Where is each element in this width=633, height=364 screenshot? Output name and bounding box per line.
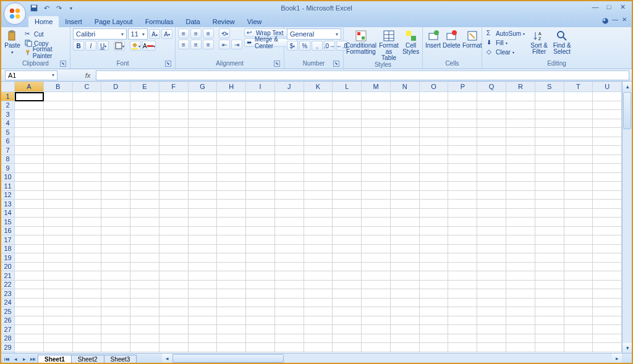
cell[interactable] (593, 289, 622, 298)
clear-button[interactable]: ◇Clear▾ (485, 48, 527, 56)
cell[interactable] (130, 155, 159, 164)
cell[interactable] (15, 209, 44, 218)
cell[interactable] (391, 263, 420, 272)
cell[interactable] (15, 200, 44, 209)
cell[interactable] (246, 182, 275, 191)
cell[interactable] (593, 92, 622, 101)
cell[interactable] (15, 325, 44, 334)
cell[interactable] (593, 325, 622, 334)
cell[interactable] (448, 263, 477, 272)
cell[interactable] (304, 110, 333, 119)
cell[interactable] (101, 263, 130, 272)
cell[interactable] (159, 218, 189, 227)
cell[interactable] (333, 316, 362, 326)
cell[interactable] (275, 253, 304, 263)
cell[interactable] (73, 227, 102, 236)
cell[interactable] (130, 110, 159, 119)
cell[interactable] (304, 218, 333, 227)
cell[interactable] (159, 235, 189, 245)
cell[interactable] (564, 200, 593, 209)
row-header[interactable]: 29 (1, 343, 15, 352)
cell[interactable] (420, 128, 449, 137)
cell[interactable] (391, 137, 420, 146)
cell[interactable] (535, 307, 564, 316)
cell[interactable] (15, 92, 44, 101)
cell[interactable] (304, 307, 333, 316)
cell[interactable] (189, 316, 218, 326)
cell[interactable] (593, 101, 622, 111)
cell[interactable] (448, 128, 477, 137)
cell[interactable] (593, 164, 622, 173)
autosum-button[interactable]: ΣAutoSum▾ (485, 29, 527, 38)
cell[interactable] (506, 137, 535, 146)
cell[interactable] (189, 245, 218, 254)
cell[interactable] (275, 307, 304, 316)
cell[interactable] (189, 289, 218, 298)
cell[interactable] (304, 271, 333, 281)
cell[interactable] (246, 191, 275, 200)
cell[interactable] (535, 289, 564, 298)
row-header[interactable]: 9 (1, 164, 15, 173)
col-header[interactable]: A (15, 82, 44, 92)
cell[interactable] (73, 253, 102, 263)
row-header[interactable]: 3 (1, 110, 15, 119)
cell[interactable] (130, 92, 159, 101)
cell[interactable] (246, 289, 275, 298)
fill-color-button[interactable]: ▾ (130, 41, 141, 51)
cell[interactable] (391, 245, 420, 254)
cell[interactable] (535, 110, 564, 119)
font-dialog-launcher[interactable]: ⬊ (165, 61, 171, 67)
cell[interactable] (44, 289, 73, 298)
delete-cells-button[interactable]: Delete (443, 28, 461, 49)
cell[interactable] (333, 307, 362, 316)
col-header[interactable]: R (506, 82, 535, 92)
font-color-button[interactable]: A▾ (142, 41, 156, 51)
cell[interactable] (73, 235, 102, 245)
decrease-indent-button[interactable]: ⇤ (219, 40, 230, 49)
cell[interactable] (333, 289, 362, 298)
cell[interactable] (101, 307, 130, 316)
cell[interactable] (593, 263, 622, 272)
cell[interactable] (73, 316, 102, 326)
cell[interactable] (448, 155, 477, 164)
cell[interactable] (420, 245, 449, 254)
cell[interactable] (44, 191, 73, 200)
cell[interactable] (477, 173, 506, 182)
cell[interactable] (448, 271, 477, 281)
cell[interactable] (246, 271, 275, 281)
cell[interactable] (217, 325, 246, 334)
row-header[interactable]: 19 (1, 253, 15, 263)
cell[interactable] (362, 227, 391, 236)
cell[interactable] (246, 173, 275, 182)
cell[interactable] (448, 137, 477, 146)
cell[interactable] (304, 92, 333, 101)
underline-button[interactable]: U▾ (98, 41, 109, 51)
cell[interactable] (304, 191, 333, 200)
cell[interactable] (217, 191, 246, 200)
cut-button[interactable]: ✂Cut (23, 30, 67, 38)
col-header[interactable]: K (304, 82, 333, 92)
cell[interactable] (535, 92, 564, 101)
cell[interactable] (391, 209, 420, 218)
cell[interactable] (304, 155, 333, 164)
cell[interactable] (246, 155, 275, 164)
font-name-combo[interactable]: Calibri (73, 28, 127, 40)
cell[interactable] (420, 307, 449, 316)
cell[interactable] (420, 191, 449, 200)
name-box[interactable]: A1 (5, 70, 57, 80)
cell[interactable] (593, 209, 622, 218)
tab-data[interactable]: Data (179, 16, 206, 27)
cell[interactable] (593, 253, 622, 263)
cell[interactable] (477, 146, 506, 155)
cell[interactable] (130, 119, 159, 129)
cell[interactable] (535, 146, 564, 155)
cell[interactable] (246, 209, 275, 218)
cell[interactable] (189, 227, 218, 236)
cell[interactable] (535, 227, 564, 236)
tab-page-layout[interactable]: Page Layout (88, 16, 139, 27)
cell[interactable] (391, 200, 420, 209)
cell[interactable] (159, 307, 189, 316)
cell[interactable] (217, 173, 246, 182)
row-header[interactable]: 16 (1, 227, 15, 236)
cell[interactable] (362, 245, 391, 254)
